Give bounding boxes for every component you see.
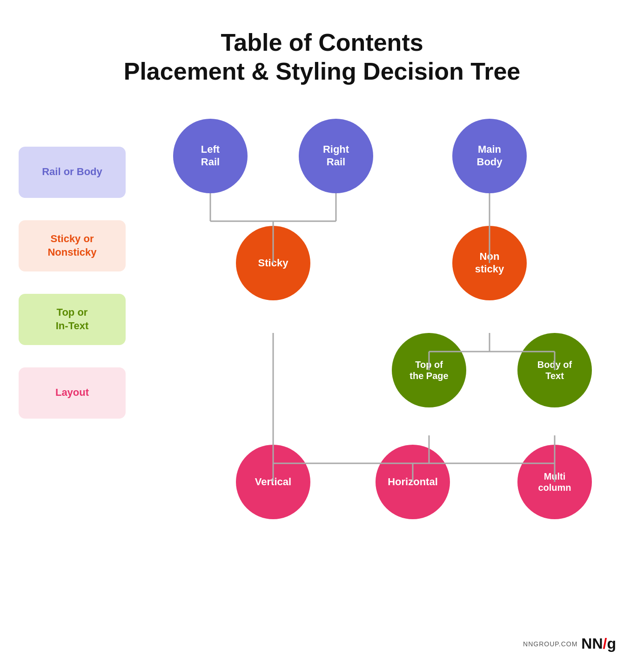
- legend-top-intext-label: Top or In-Text: [56, 306, 88, 332]
- page-container: Table of Contents Placement & Styling De…: [0, 0, 644, 671]
- node-vertical: Vertical: [236, 445, 310, 519]
- nngroup-logo: NNGROUP.COM NN/g: [523, 635, 616, 652]
- node-left-rail: Left Rail: [173, 119, 248, 193]
- node-multi-column: Multi column: [517, 445, 592, 519]
- legend-column: Rail or Body Sticky or Nonsticky Top or …: [19, 147, 126, 419]
- legend-rail-body-label: Rail or Body: [42, 165, 102, 179]
- title-block: Table of Contents Placement & Styling De…: [19, 28, 625, 86]
- node-right-rail: Right Rail: [299, 119, 373, 193]
- legend-layout-label: Layout: [55, 386, 89, 400]
- node-non-sticky: Non sticky: [452, 226, 527, 300]
- node-sticky: Sticky: [236, 226, 310, 300]
- node-top-of-page: Top of the Page: [392, 333, 466, 407]
- legend-top-intext: Top or In-Text: [19, 294, 126, 345]
- tree-diagram: Left Rail Right Rail Main Body Sticky No…: [136, 119, 624, 631]
- legend-sticky-label: Sticky or Nonsticky: [47, 232, 96, 259]
- nngroup-brand-text: NN/g: [581, 635, 616, 652]
- node-main-body: Main Body: [452, 119, 527, 193]
- page-title: Table of Contents Placement & Styling De…: [19, 28, 625, 86]
- diagram-area: Rail or Body Sticky or Nonsticky Top or …: [19, 119, 625, 631]
- node-horizontal: Horizontal: [376, 445, 450, 519]
- legend-sticky-nonsticky: Sticky or Nonsticky: [19, 220, 126, 271]
- legend-layout: Layout: [19, 367, 126, 419]
- legend-rail-body: Rail or Body: [19, 147, 126, 198]
- nngroup-site-text: NNGROUP.COM: [523, 640, 577, 648]
- node-body-of-text: Body of Text: [517, 333, 592, 407]
